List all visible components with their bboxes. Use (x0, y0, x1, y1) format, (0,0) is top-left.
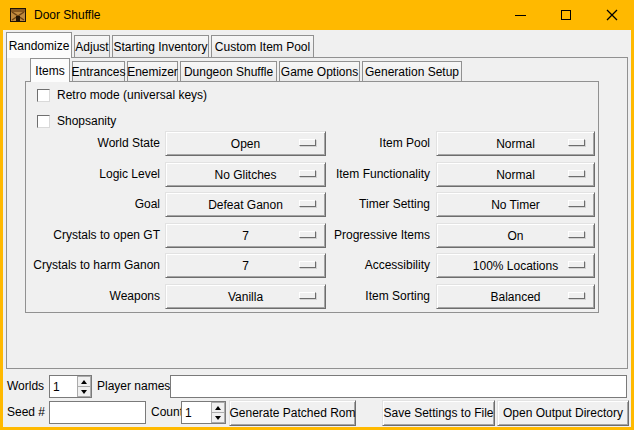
item-sorting-dropdown[interactable]: Balanced (436, 284, 595, 309)
count-label: Count (151, 400, 183, 425)
subtab-entrances-label: Entrances (71, 65, 125, 79)
spinner-down-icon (81, 390, 87, 394)
subtab-dungeon-shuffle-label: Dungeon Shuffle (184, 65, 273, 79)
crystals-open-gt-label: Crystals to open GT (28, 223, 160, 248)
count-spin-down-button[interactable] (211, 412, 225, 423)
timer-setting-label: Timer Setting (298, 192, 430, 217)
logic-level-label: Logic Level (28, 162, 160, 187)
world-state-label: World State (28, 131, 160, 156)
goal-value: Defeat Ganon (208, 198, 283, 212)
accessibility-value: 100% Locations (473, 259, 558, 273)
worlds-label: Worlds (7, 375, 44, 398)
tab-randomize-label: Randomize (9, 39, 70, 53)
title-bar[interactable]: Door Shuffle (0, 0, 634, 30)
dropdown-indicator-icon (568, 231, 585, 238)
subtab-game-options-label: Game Options (281, 65, 358, 79)
dropdown-indicator-icon (568, 200, 585, 207)
count-input[interactable] (182, 402, 210, 423)
spinner-up-icon (215, 406, 221, 410)
subtab-game-options[interactable]: Game Options (279, 61, 360, 81)
tab-adjust[interactable]: Adjust (74, 35, 110, 57)
seed-label: Seed # (7, 400, 45, 425)
count-spinner-buttons (211, 402, 225, 423)
chest-icon (10, 7, 26, 23)
subtab-generation-setup[interactable]: Generation Setup (362, 61, 462, 81)
open-output-directory-label: Open Output Directory (503, 406, 623, 420)
player-names-label: Player names (97, 375, 170, 398)
subtab-enemizer-label: Enemizer (127, 65, 178, 79)
maximize-button[interactable] (543, 0, 589, 30)
dropdown-indicator-icon (568, 261, 585, 268)
app-window: Door Shuffle Randomize Adjust Starting I… (0, 0, 634, 430)
subtab-enemizer[interactable]: Enemizer (127, 61, 178, 81)
item-functionality-dropdown[interactable]: Normal (436, 162, 595, 187)
worlds-spinner-buttons (77, 376, 91, 397)
subtab-entrances[interactable]: Entrances (72, 61, 125, 81)
crystals-harm-ganon-label: Crystals to harm Ganon (28, 253, 160, 278)
item-functionality-value: Normal (496, 168, 535, 182)
progressive-items-label: Progressive Items (298, 223, 430, 248)
subtab-items-label: Items (35, 64, 64, 78)
spinner-down-icon (215, 416, 221, 420)
save-settings-button[interactable]: Save Settings to File (382, 400, 495, 426)
seed-input[interactable] (49, 401, 146, 424)
tab-custom-item-pool-label: Custom Item Pool (215, 40, 310, 54)
subtab-items[interactable]: Items (30, 58, 70, 82)
tab-starting-inventory[interactable]: Starting Inventory (112, 35, 209, 57)
minimize-icon (515, 15, 526, 16)
logic-level-value: No Glitches (214, 168, 276, 182)
crystals-harm-ganon-value: 7 (242, 259, 249, 273)
generate-patched-rom-label: Generate Patched Rom (229, 406, 355, 420)
worlds-spin-down-button[interactable] (77, 386, 91, 397)
shopsanity-label: Shopsanity (57, 114, 116, 129)
close-button[interactable] (589, 0, 634, 30)
spinner-up-icon (81, 380, 87, 384)
goal-label: Goal (28, 192, 160, 217)
worlds-input[interactable] (50, 376, 76, 397)
open-output-directory-button[interactable]: Open Output Directory (497, 400, 629, 426)
item-pool-dropdown[interactable]: Normal (436, 131, 595, 156)
item-pool-label: Item Pool (298, 131, 430, 156)
window-title: Door Shuffle (34, 0, 101, 30)
weapons-label: Weapons (28, 284, 160, 309)
crystals-open-gt-value: 7 (242, 229, 249, 243)
dropdown-indicator-icon (568, 139, 585, 146)
tab-adjust-label: Adjust (75, 40, 108, 54)
close-icon (606, 9, 618, 21)
retro-mode-checkbox[interactable] (37, 89, 50, 102)
item-sorting-label: Item Sorting (298, 284, 430, 309)
progressive-items-dropdown[interactable]: On (436, 223, 595, 248)
accessibility-label: Accessibility (298, 253, 430, 278)
tab-randomize[interactable]: Randomize (6, 32, 72, 58)
retro-mode-label: Retro mode (universal keys) (57, 88, 207, 103)
timer-setting-dropdown[interactable]: No Timer (436, 192, 595, 217)
save-settings-label: Save Settings to File (383, 406, 493, 420)
player-names-input[interactable] (170, 375, 627, 398)
maximize-icon (561, 10, 571, 20)
timer-setting-value: No Timer (491, 198, 540, 212)
world-state-value: Open (231, 137, 260, 151)
item-sorting-value: Balanced (490, 290, 540, 304)
dropdown-indicator-icon (568, 292, 585, 299)
item-pool-value: Normal (496, 137, 535, 151)
tab-starting-inventory-label: Starting Inventory (113, 40, 207, 54)
dropdown-indicator-icon (568, 170, 585, 177)
generate-patched-rom-button[interactable]: Generate Patched Rom (229, 400, 356, 426)
minimize-button[interactable] (497, 0, 543, 30)
shopsanity-checkbox[interactable] (37, 115, 50, 128)
worlds-spinner (49, 375, 92, 398)
item-functionality-label: Item Functionality (298, 162, 430, 187)
subtab-dungeon-shuffle[interactable]: Dungeon Shuffle (180, 61, 277, 81)
count-spinner (181, 401, 226, 424)
progressive-items-value: On (507, 229, 523, 243)
weapons-value: Vanilla (228, 290, 263, 304)
subtab-generation-setup-label: Generation Setup (365, 65, 459, 79)
tab-custom-item-pool[interactable]: Custom Item Pool (211, 35, 314, 57)
accessibility-dropdown[interactable]: 100% Locations (436, 253, 595, 278)
